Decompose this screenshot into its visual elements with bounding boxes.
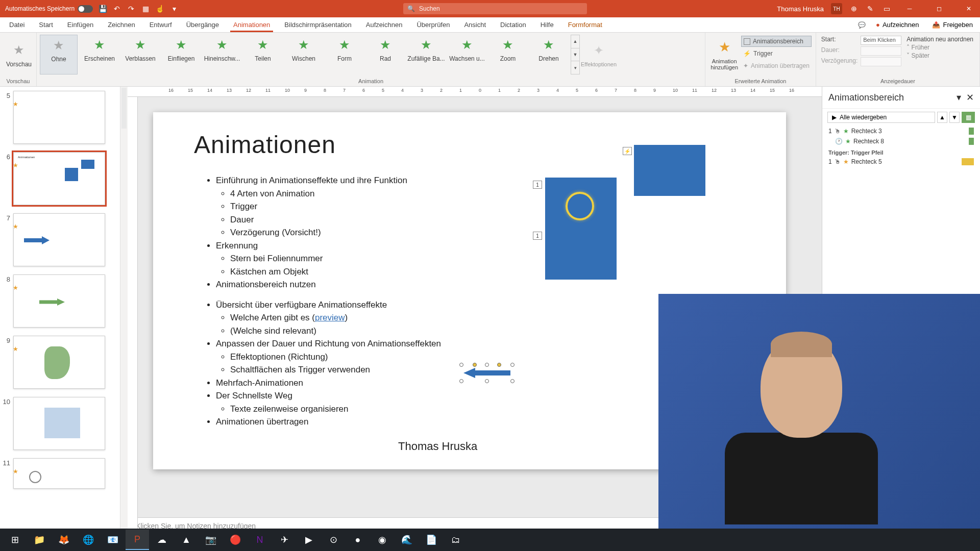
taskbar-app-icon[interactable]: ☁ (150, 530, 174, 550)
slide-thumb-9[interactable]: ★ (13, 336, 105, 389)
slide-thumb-8[interactable]: ★ (13, 274, 105, 328)
gallery-down-icon[interactable]: ▼ (571, 48, 579, 62)
anim-order-tag[interactable]: 1 (533, 181, 542, 189)
anim-item-2[interactable]: 🕐 ★ Rechteck 8 (822, 136, 980, 146)
play-all-button[interactable]: ▶Alle wiedergeben (827, 112, 935, 123)
anim-item-1[interactable]: 1 🖱 ★ Rechteck 3 (822, 126, 980, 136)
tab-start[interactable]: Start (32, 17, 60, 32)
taskbar-app-icon[interactable]: 📷 (199, 530, 223, 550)
taskbar-explorer-icon[interactable]: 📁 (28, 530, 51, 550)
anim-ohne[interactable]: ★Ohne (40, 35, 78, 74)
close-button[interactable]: ✕ (958, 0, 980, 17)
start-dropdown[interactable]: Beim Klicken (861, 36, 901, 45)
share-button[interactable]: 📤Freigeben (929, 19, 976, 30)
slide-thumbnails-panel[interactable]: 5★ 6★Animationen 7★ 8★ 9★ 10 11★ (0, 87, 120, 537)
anim-verblassen[interactable]: ★Verblassen (121, 35, 159, 74)
ribbon-mode-icon[interactable]: ▭ (882, 4, 891, 13)
tab-uebergaenge[interactable]: Übergänge (179, 17, 226, 32)
tab-datei[interactable]: Datei (2, 17, 32, 32)
tab-hilfe[interactable]: Hilfe (533, 17, 561, 32)
user-name[interactable]: Thomas Hruska (777, 5, 824, 13)
pane-toggle-button[interactable]: ▦ (962, 112, 975, 123)
dauer-input[interactable] (861, 46, 901, 56)
anim-lightning-tag[interactable]: ⚡ (623, 147, 632, 155)
autosave-toggle[interactable]: Automatisches Speichern (5, 5, 93, 13)
taskbar-edge-icon[interactable]: 🌊 (395, 530, 419, 550)
star-icon: ★ (380, 38, 391, 52)
comments-icon[interactable]: 💬 (858, 21, 866, 29)
record-button[interactable]: ●Aufzeichnen (873, 19, 922, 30)
taskbar-powerpoint-icon[interactable]: P (126, 530, 149, 550)
taskbar-app-icon[interactable]: ▶ (297, 530, 321, 550)
taskbar-app-icon[interactable]: 📄 (420, 530, 443, 550)
anim-form[interactable]: ★Form (326, 35, 363, 74)
sync-icon[interactable]: ⊕ (849, 4, 859, 13)
taskbar-chrome-icon[interactable]: 🌐 (77, 530, 100, 550)
save-icon[interactable]: 💾 (98, 4, 107, 13)
taskbar-telegram-icon[interactable]: ✈ (273, 530, 296, 550)
anim-einfliegen[interactable]: ★Einfliegen (162, 35, 200, 74)
tab-animationen[interactable]: Animationen (226, 17, 277, 32)
taskbar-vlc-icon[interactable]: ▲ (175, 530, 198, 550)
anim-wischen[interactable]: ★Wischen (285, 35, 323, 74)
anim-order-tag[interactable]: 1 (533, 232, 542, 240)
taskbar-app-icon[interactable]: ◉ (371, 530, 394, 550)
search-box[interactable]: 🔍 Suchen (403, 3, 587, 14)
tab-bildschirm[interactable]: Bildschirmpräsentation (277, 17, 359, 32)
taskbar-app-icon[interactable]: ⊙ (322, 530, 345, 550)
gallery-up-icon[interactable]: ▲ (571, 35, 579, 48)
anim-drehen[interactable]: ★Drehen (530, 35, 568, 74)
redo-icon[interactable]: ↷ (127, 4, 136, 13)
move-up-button[interactable]: ▲ (937, 112, 947, 123)
slide-thumb-5[interactable]: ★ (13, 91, 105, 144)
trigger-button[interactable]: ⚡Trigger (741, 48, 812, 59)
gallery-more-icon[interactable]: ▾ (571, 61, 579, 74)
tab-dictation[interactable]: Dictation (493, 17, 533, 32)
undo-icon[interactable]: ↶ (112, 4, 121, 13)
pane-dropdown-icon[interactable]: ▾ (957, 92, 961, 103)
animationsbereich-button[interactable]: Animationsbereich (741, 36, 812, 47)
taskbar-app-icon[interactable]: ● (346, 530, 370, 550)
start-menu-button[interactable]: ⊞ (3, 530, 27, 550)
splitter-vertical[interactable] (120, 87, 128, 537)
vorschau-button[interactable]: ★ Vorschau (3, 35, 35, 74)
tab-ansicht[interactable]: Ansicht (457, 17, 493, 32)
tab-entwurf[interactable]: Entwurf (142, 17, 179, 32)
tab-ueberpruefen[interactable]: Überprüfen (409, 17, 457, 32)
shape-trigger-pfeil[interactable] (461, 365, 512, 381)
move-down-button[interactable]: ▼ (949, 112, 960, 123)
anim-item-3[interactable]: 1 🖱 ★ Rechteck 5 (822, 157, 980, 167)
anim-wachsen[interactable]: ★Wachsen u... (448, 35, 486, 74)
slide-thumb-10[interactable] (13, 397, 105, 450)
anim-zufaellige[interactable]: ★Zufällige Ba... (407, 35, 445, 74)
slide-thumb-6[interactable]: ★Animationen (13, 152, 105, 205)
slide-thumb-7[interactable]: ★ (13, 213, 105, 266)
anim-erscheinen[interactable]: ★Erscheinen (81, 35, 118, 74)
ink-icon[interactable]: ✎ (866, 4, 875, 13)
touch-icon[interactable]: ☝ (155, 4, 164, 13)
toggle-switch[interactable] (78, 5, 93, 13)
maximize-button[interactable]: ◻ (928, 0, 950, 17)
pane-close-icon[interactable]: ✕ (966, 92, 974, 103)
animation-hinzufuegen-button[interactable]: ★ Animation hinzufügen (708, 35, 740, 74)
taskbar-onenote-icon[interactable]: N (248, 530, 272, 550)
tab-zeichnen[interactable]: Zeichnen (101, 17, 142, 32)
taskbar-firefox-icon[interactable]: 🦊 (52, 530, 76, 550)
slide-thumb-11[interactable]: ★ (13, 458, 105, 489)
taskbar-app-icon[interactable]: 🗂 (444, 530, 468, 550)
anim-rad[interactable]: ★Rad (366, 35, 404, 74)
verzoegerung-input[interactable] (861, 57, 901, 66)
anim-hineinschweben[interactable]: ★Hineinschw... (203, 35, 241, 74)
qat-more-icon[interactable]: ▾ (169, 4, 179, 13)
anim-teilen[interactable]: ★Teilen (244, 35, 282, 74)
tab-formformat[interactable]: Formformat (561, 17, 609, 32)
user-avatar[interactable]: TH (831, 3, 842, 14)
taskbar-outlook-icon[interactable]: 📧 (101, 530, 125, 550)
minimize-button[interactable]: ─ (898, 0, 921, 17)
shape-rechteck-8[interactable] (634, 145, 705, 196)
tab-einfuegen[interactable]: Einfügen (60, 17, 101, 32)
present-icon[interactable]: ▦ (141, 4, 150, 13)
taskbar-app-icon[interactable]: 🔴 (224, 530, 247, 550)
tab-aufzeichnen[interactable]: Aufzeichnen (359, 17, 410, 32)
anim-zoom[interactable]: ★Zoom (489, 35, 527, 74)
